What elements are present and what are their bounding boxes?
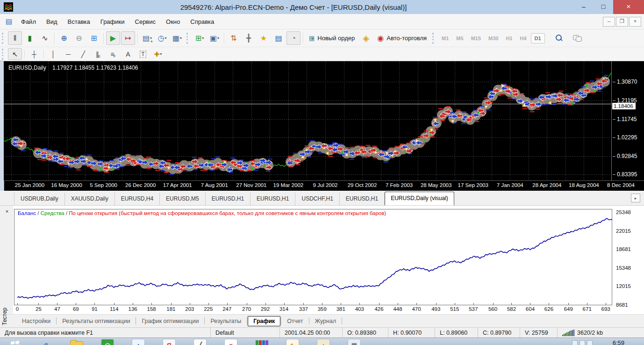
date-label: 29 Oct 2002	[348, 182, 377, 188]
zoom-out-icon[interactable]: ⊖	[72, 31, 86, 45]
profiles-icon[interactable]: ▣▾	[208, 31, 222, 45]
internet-explorer-icon[interactable]: e	[38, 339, 53, 345]
fibonacci-icon[interactable]: ≡F	[106, 48, 120, 60]
auto-trading-button[interactable]: ◉Авто-торговля	[373, 32, 430, 44]
balance-x-tick-label: 136	[129, 306, 137, 312]
menu-item[interactable]: Справка	[185, 18, 219, 25]
autoscroll-icon[interactable]: ▶	[106, 31, 120, 45]
arrows-icon[interactable]: ✚▾	[151, 48, 165, 60]
menu-item[interactable]: Сервис	[130, 18, 161, 25]
chart-tab[interactable]: EURUSD,H4	[115, 193, 160, 205]
tester-tab[interactable]: График оптимизации	[136, 316, 204, 326]
strategy-tester-icon[interactable]: ◔	[286, 31, 301, 45]
tester-tab[interactable]: График	[248, 316, 280, 326]
mdi-close-button[interactable]: ×	[629, 17, 641, 27]
tray-icons[interactable]	[572, 340, 593, 345]
balance-x-tick-label: 359	[318, 306, 327, 312]
equidistant-channel-icon[interactable]: ∥E	[91, 48, 105, 60]
chart-tab[interactable]: EURUSD,M5	[160, 193, 206, 205]
app-icon-blue-drop[interactable]: ♦	[131, 339, 146, 345]
mdi-restore-button[interactable]: ❐	[616, 17, 628, 27]
tester-tab[interactable]: Журнал	[310, 316, 342, 326]
timeframe-button-h4[interactable]: H4	[517, 34, 530, 43]
new-order-button[interactable]: ▤+Новый ордер	[305, 32, 358, 44]
status-profile[interactable]: Default	[210, 328, 279, 338]
line-chart-icon[interactable]: ∿	[38, 31, 52, 45]
status-profile-text: Default	[215, 330, 234, 336]
new-chart-icon[interactable]: ⊞▾	[193, 31, 207, 45]
timeframe-button-m15[interactable]: M15	[468, 34, 484, 43]
menu-item[interactable]: Графики	[95, 18, 130, 25]
taskbar-clock[interactable]: 6:59	[613, 339, 624, 345]
trendline-icon[interactable]: ╱	[76, 48, 90, 60]
date-axis: 25 Jan 200016 May 20005 Sep 200026 Dec 2…	[4, 180, 644, 191]
chart-tab[interactable]: EURUSD,H1	[340, 193, 385, 205]
new-order-template-icon: ▤	[143, 34, 150, 43]
data-window-icon[interactable]: ▤	[272, 31, 286, 45]
date-label: 18 Aug 2004	[569, 182, 599, 188]
chart-tab[interactable]: EURUSD,H1	[206, 193, 250, 205]
maximize-button[interactable]: □	[594, 0, 613, 14]
balance-x-tick-label: 114	[110, 306, 118, 312]
crosshair-tool-icon[interactable]: ┼	[27, 48, 41, 60]
menu-item[interactable]: Окно	[161, 18, 185, 25]
expert-advisors-icon[interactable]: ◈	[359, 31, 373, 45]
minimize-button[interactable]: –	[574, 0, 594, 14]
favorites-icon[interactable]: ★	[257, 31, 271, 45]
bar-chart-icon[interactable]: ‖	[8, 31, 22, 45]
tester-tab[interactable]: Отчет	[282, 316, 308, 326]
tile-windows-icon[interactable]: ⊞	[87, 31, 101, 45]
horizontal-line-icon[interactable]: ─	[61, 48, 75, 60]
vertical-line-icon[interactable]: │	[46, 48, 60, 60]
zoom-in-icon[interactable]: ⊕	[57, 31, 71, 45]
templates-icon[interactable]: ▦▾	[170, 31, 184, 45]
balance-x-tick-label: 25	[36, 306, 42, 312]
tester-tab[interactable]: Результаты оптимизации	[57, 316, 135, 326]
app-icon-red-x[interactable]: ×	[223, 339, 238, 345]
status-volume-text: V: 25759	[525, 330, 548, 336]
cursor-icon[interactable]: ↖	[8, 48, 22, 60]
new-order-template-icon[interactable]: ▤+▾	[140, 31, 154, 45]
tester-close-button[interactable]: ×	[3, 208, 11, 216]
search-icon[interactable]	[552, 31, 566, 45]
balance-chart-canvas[interactable]	[14, 209, 612, 305]
folder-icon[interactable]	[69, 339, 84, 345]
timeframe-button-m5[interactable]: M5	[453, 34, 466, 43]
app-icon-chart[interactable]: ╱	[193, 339, 208, 345]
close-button[interactable]: ×	[613, 0, 644, 14]
text-label-icon[interactable]: T	[136, 48, 150, 60]
timeframe-button-m1[interactable]: M1	[438, 34, 452, 43]
app-icon-green[interactable]: ◠	[100, 339, 115, 345]
tab-scroll-button[interactable]: ▸	[631, 194, 640, 202]
tester-tab[interactable]: Результаты	[205, 316, 246, 326]
crosshair-mode-icon[interactable]: ╋	[242, 31, 256, 45]
app-icon-zigzag[interactable]: ∿	[285, 339, 300, 345]
menu-item[interactable]: Вставка	[63, 18, 95, 25]
tester-tab[interactable]: Настройки	[17, 316, 56, 326]
timeframe-button-d1[interactable]: D1	[531, 33, 545, 43]
chart-tab[interactable]: USDCHF,H1	[295, 193, 339, 205]
app-icon-misc[interactable]: ▦	[347, 339, 362, 345]
text-icon[interactable]: A	[121, 48, 135, 60]
chart-tab[interactable]: XAUUSD,Daily	[65, 193, 115, 205]
menu-item[interactable]: Вид	[41, 18, 63, 25]
date-label: 27 Nov 2001	[236, 182, 266, 188]
balance-x-tick-label: 292	[261, 306, 270, 312]
mdi-minimize-button[interactable]: –	[603, 17, 615, 27]
windows-start-button[interactable]	[7, 339, 22, 345]
app-icon-books[interactable]	[254, 339, 269, 345]
app-icon-landscape[interactable]: ▲	[316, 339, 331, 345]
chart-tab[interactable]: EURUSD,Daily (visual)	[385, 192, 454, 205]
refresh-data-icon[interactable]: ⇅	[227, 31, 241, 45]
chart-shift-icon[interactable]: ↦	[121, 31, 135, 45]
timeframe-button-m30[interactable]: M30	[485, 34, 501, 43]
chart-tab[interactable]: EURUSD,H1	[250, 193, 295, 205]
chat-icon[interactable]	[570, 31, 584, 45]
periods-icon[interactable]: ◷▾	[155, 31, 169, 45]
chart-tab[interactable]: USDRUB,Daily	[14, 193, 65, 205]
price-chart-canvas[interactable]	[4, 61, 611, 180]
timeframe-button-h1[interactable]: H1	[502, 34, 515, 43]
candlestick-chart-icon[interactable]: ▮	[23, 31, 37, 45]
menu-item[interactable]: Файл	[16, 18, 41, 25]
app-icon-red-letter[interactable]: Я	[162, 339, 177, 345]
